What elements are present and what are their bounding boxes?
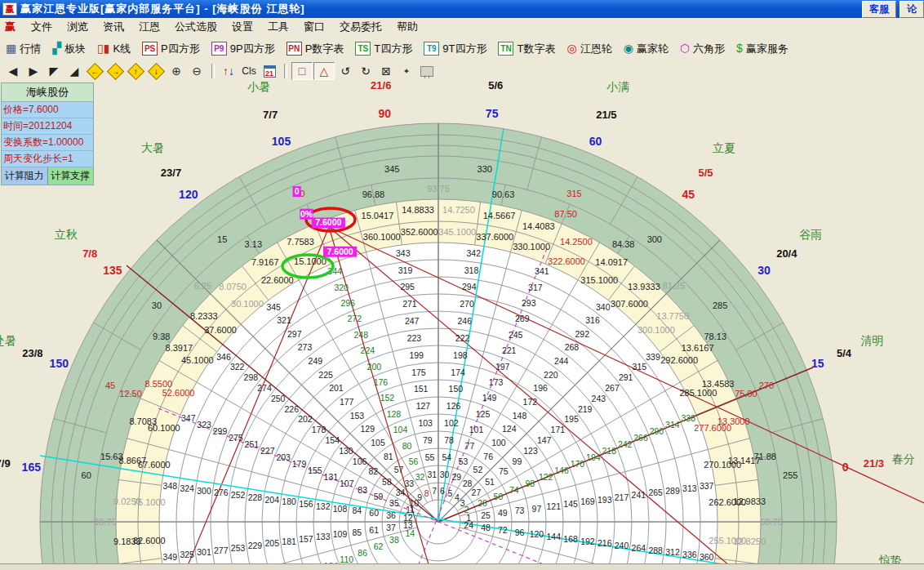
ring-number: 217: [615, 492, 629, 502]
toolbar-label: 9P四方形: [230, 42, 275, 56]
ring-number: 58: [382, 477, 392, 487]
shift-right-button-icon: →: [106, 62, 123, 79]
toolbar-button-板块[interactable]: ▞板块: [47, 42, 91, 56]
ring-number: 28: [463, 479, 473, 488]
menu-item-公式选股[interactable]: 公式选股: [167, 18, 224, 36]
ring-number: 54: [442, 452, 452, 462]
service-button[interactable]: 客服: [862, 1, 896, 18]
gann-wheel-chart[interactable]: 2412345678910111213144825262728293031323…: [0, 81, 924, 570]
menu-item-浏览[interactable]: 浏览: [60, 18, 96, 36]
ring-number: 312: [665, 547, 680, 557]
rim-angle-number: 30: [757, 264, 771, 277]
ring-number: 177: [340, 397, 354, 407]
ring-number: 14: [406, 528, 415, 538]
projector-button[interactable]: [417, 63, 437, 79]
ring-number: 272: [347, 314, 362, 323]
rotate-fwd-button[interactable]: ◢: [64, 63, 84, 79]
toolbar-button-六角形[interactable]: ⬡六角形: [674, 42, 731, 56]
toolbar-button-T四方形[interactable]: TST四方形: [349, 42, 418, 56]
center-arrows-button[interactable]: ᛭: [397, 63, 416, 79]
next-button[interactable]: ▶: [24, 63, 43, 79]
ring-number: 346: [216, 352, 231, 362]
prev-button[interactable]: ◀: [3, 63, 23, 79]
forum-button[interactable]: 论: [900, 1, 924, 18]
ring-number: 244: [554, 356, 569, 366]
spiral-value: 315.1000: [580, 275, 618, 285]
ring-number: 249: [309, 356, 323, 366]
ring-number: 84: [353, 505, 362, 515]
ring-number: 199: [409, 350, 424, 360]
calendar-button[interactable]: 21: [260, 63, 279, 79]
percent-value: 12.50: [119, 389, 142, 399]
ring-number: 108: [333, 504, 348, 514]
ring-number: 146: [554, 465, 569, 475]
ring-number: 194: [586, 452, 601, 462]
ring-number: 148: [513, 411, 527, 421]
menu-item-工具[interactable]: 工具: [260, 18, 296, 36]
toolbar-button-P四方形[interactable]: PSP四方形: [136, 42, 206, 56]
toolbar-button-赢家服务[interactable]: $赢家服务: [731, 42, 794, 56]
updown-button[interactable]: ↑↓: [219, 63, 238, 79]
calc-resistance-button[interactable]: 计算阻力: [2, 167, 48, 185]
square-tool-button[interactable]: □: [291, 62, 313, 80]
degree-value: 255: [783, 470, 797, 480]
ring-number: 27: [472, 488, 482, 497]
ring-number: 292: [575, 329, 589, 339]
winner-wheel-icon: ◉: [624, 42, 633, 55]
rotate-ccw-button[interactable]: ↺: [335, 63, 355, 79]
rim-angle-number: 105: [272, 135, 291, 148]
toolbar-button-江恩轮[interactable]: ◎江恩轮: [561, 42, 617, 56]
ring-number: 75: [499, 466, 509, 476]
spiral-value: 307.6000: [611, 299, 648, 309]
triangle-tool-button[interactable]: △: [313, 62, 335, 80]
rim-angle-number: 60: [589, 135, 602, 148]
menu-item-江恩[interactable]: 江恩: [131, 18, 167, 36]
ring-number: 73: [515, 505, 525, 515]
shift-left-button[interactable]: ←: [85, 63, 104, 79]
ring-number: 343: [396, 248, 411, 258]
arrow-glyph: ↑: [134, 67, 138, 75]
price-value: 13.9333: [628, 282, 660, 292]
toolbar-button-赢家轮[interactable]: ◉赢家轮: [618, 42, 674, 56]
rotate-cw-button[interactable]: ↻: [356, 63, 375, 79]
ring-number: 229: [248, 541, 263, 550]
ring-number: 83: [358, 485, 367, 495]
toolbar-button-9T四方形[interactable]: T99T四方形: [418, 42, 492, 56]
price-marker-tag: 0: [295, 186, 300, 196]
degree-value: 270: [759, 381, 774, 390]
rim-date-label: 23/8: [22, 347, 42, 359]
rotate-back-button[interactable]: ◤: [44, 63, 64, 79]
wheel-area: 2412345678910111213144825262728293031323…: [0, 81, 924, 570]
shift-right-button[interactable]: →: [105, 63, 125, 79]
menu-item-帮助[interactable]: 帮助: [389, 18, 425, 36]
spiral-value: 352.6000: [401, 227, 438, 237]
ring-number: 348: [163, 481, 178, 491]
toolbar-button-9P四方形[interactable]: P99P四方形: [206, 42, 281, 56]
toolbar-button-P数字表[interactable]: PNP数字表: [281, 42, 350, 56]
bottom-border-strip: [0, 563, 924, 570]
toolbar-button-K线[interactable]: ▯▮K线: [91, 42, 136, 56]
ring-number: 205: [264, 538, 279, 548]
zoom-out-button[interactable]: ⊖: [187, 63, 207, 79]
menu-item-资讯[interactable]: 资讯: [96, 18, 131, 36]
price-marker-tag: 0%: [300, 209, 313, 219]
down-arrow: ↓: [229, 65, 234, 78]
box-x-button[interactable]: ⊠: [376, 63, 396, 79]
ring-number: 25: [481, 510, 491, 520]
menu-item-设置[interactable]: 设置: [224, 18, 260, 36]
ring-number: 180: [282, 497, 296, 506]
ring-number: 100: [491, 438, 506, 448]
calc-support-button[interactable]: 计算支撑: [48, 167, 94, 185]
toolbar-button-行情[interactable]: ▦行情: [0, 42, 47, 56]
shift-down-button[interactable]: ↓: [146, 63, 166, 79]
menu-item-交易委托[interactable]: 交易委托: [332, 18, 389, 36]
toolbar-button-T数字表[interactable]: TNT数字表: [492, 42, 561, 56]
menu-item-窗口[interactable]: 窗口: [296, 18, 332, 36]
ring-number: 52: [473, 465, 483, 474]
shift-up-button[interactable]: ↑: [126, 63, 145, 79]
ring-number: 155: [308, 465, 322, 475]
zoom-in-button[interactable]: ⊕: [167, 63, 186, 79]
cls-button[interactable]: Cls: [239, 63, 259, 79]
menu-item-文件[interactable]: 文件: [24, 18, 60, 36]
ring-number: 53: [459, 456, 469, 466]
